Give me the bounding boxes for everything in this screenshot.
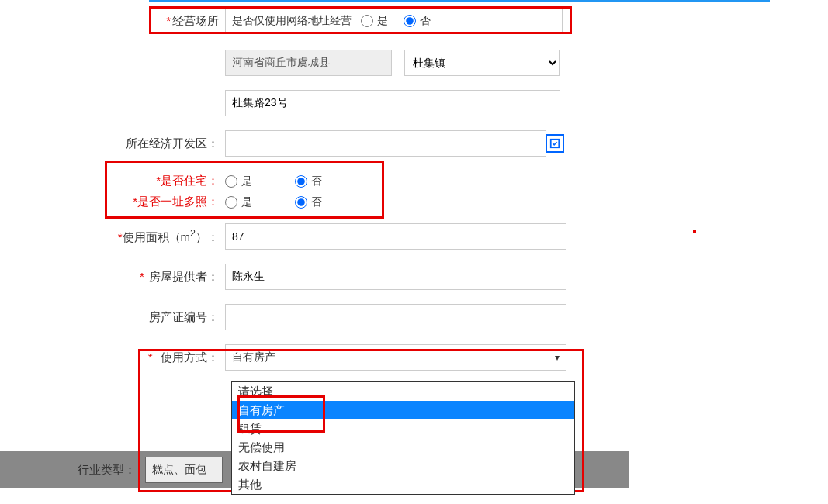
town-select[interactable]: 杜集镇	[404, 50, 560, 76]
multi-no[interactable]: 否	[295, 195, 322, 209]
econ-zone-label: 所在经济开发区：	[0, 136, 225, 151]
network-only-no[interactable]: 否	[404, 14, 431, 28]
network-only-question: 是否仅使用网络地址经营	[232, 14, 352, 28]
provider-input[interactable]	[225, 264, 566, 290]
provider-label: * 房屋提供者：	[0, 270, 225, 285]
area-label: *使用面积（m2）：	[0, 228, 225, 245]
chevron-down-icon: ▾	[555, 352, 560, 363]
usage-mode-select[interactable]: 自有房产 ▾	[225, 344, 566, 371]
option-own-property[interactable]: 自有房产	[232, 401, 574, 419]
business-place-field: 是否仅使用网络地址经营 是 否	[225, 8, 563, 34]
residence-yes[interactable]: 是	[225, 174, 252, 188]
picker-icon[interactable]	[546, 134, 564, 153]
industry-value[interactable]: 糕点、面包	[145, 457, 223, 483]
address-input[interactable]	[225, 90, 560, 116]
option-please-select[interactable]: 请选择	[232, 382, 574, 401]
option-rural-self-built[interactable]: 农村自建房	[232, 457, 574, 475]
annotation-dot	[693, 230, 696, 233]
residence-no[interactable]: 否	[295, 174, 322, 188]
option-other[interactable]: 其他	[232, 475, 574, 494]
cert-input[interactable]	[225, 304, 566, 330]
area-input[interactable]	[225, 223, 566, 250]
cert-label: 房产证编号：	[0, 310, 225, 325]
option-free-use[interactable]: 无偿使用	[232, 438, 574, 457]
multi-license-label: *是否一址多照：	[0, 195, 225, 209]
multi-yes[interactable]: 是	[225, 195, 252, 209]
region-input	[225, 50, 392, 76]
top-divider	[149, 0, 770, 2]
industry-label: 行业类型：	[78, 463, 136, 478]
usage-mode-label: * 使用方式：	[0, 350, 225, 365]
network-only-yes[interactable]: 是	[361, 14, 388, 28]
form-container: *经营场所 是否仅使用网络地址经营 是 否	[0, 0, 828, 371]
econ-zone-input[interactable]	[225, 130, 546, 157]
option-rent[interactable]: 租赁	[232, 419, 574, 438]
business-place-label: *经营场所	[0, 14, 225, 29]
is-residence-label: *是否住宅：	[0, 174, 225, 188]
usage-mode-dropdown: 请选择 自有房产 租赁 无偿使用 农村自建房 其他	[231, 381, 575, 495]
